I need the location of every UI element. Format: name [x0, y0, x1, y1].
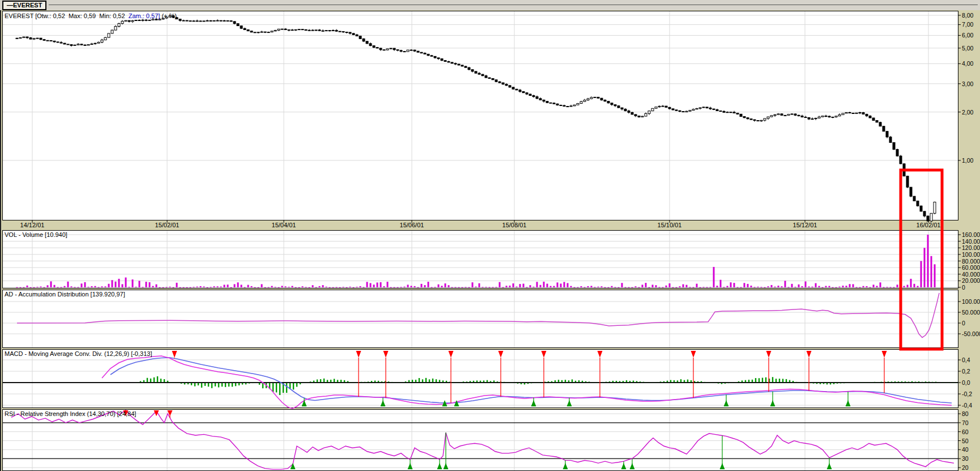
- candle: [267, 32, 270, 33]
- volume-bar: [122, 284, 123, 287]
- candle: [400, 50, 402, 52]
- rsi-buy-arrow: [444, 463, 449, 469]
- candle: [87, 45, 90, 46]
- candle: [872, 118, 875, 120]
- volume-bar: [458, 287, 460, 288]
- candle: [67, 44, 69, 45]
- candle: [498, 82, 501, 83]
- axis-label: 7,00: [962, 21, 974, 28]
- volume-bar: [479, 283, 480, 287]
- volume-bar: [237, 282, 239, 287]
- candle: [254, 32, 256, 33]
- candle: [781, 114, 783, 115]
- volume-bar: [591, 286, 593, 287]
- histogram-bar: [680, 379, 681, 383]
- volume-bar: [737, 287, 739, 287]
- volume-bar: [802, 286, 803, 287]
- volume-bar: [319, 286, 321, 287]
- candle: [896, 150, 898, 156]
- candle: [777, 114, 779, 114]
- volume-bar: [917, 286, 919, 287]
- histogram-bar: [762, 378, 763, 383]
- volume-bar: [625, 287, 627, 288]
- candle: [390, 48, 392, 49]
- candle: [33, 39, 35, 39]
- candle: [193, 21, 195, 22]
- candle: [427, 54, 429, 55]
- volume-bar: [543, 282, 545, 287]
- volume-bar: [71, 286, 73, 287]
- candle: [335, 30, 338, 31]
- histogram-bar: [157, 376, 158, 383]
- candle: [509, 86, 511, 87]
- volume-bar: [30, 287, 32, 288]
- volume-bar: [638, 287, 640, 288]
- candle: [614, 105, 616, 106]
- chart-canvas[interactable]: 8,007,006,005,004,003,002,001,00160.0001…: [0, 0, 980, 471]
- candle: [529, 94, 531, 96]
- macd-sell-arrow: [598, 351, 603, 358]
- candle: [770, 116, 773, 117]
- volume-bar: [265, 287, 266, 288]
- volume-bar: [870, 287, 871, 288]
- volume-bar: [346, 287, 348, 288]
- candle: [369, 44, 372, 46]
- volume-bar: [856, 287, 858, 288]
- volume-bar: [417, 287, 419, 288]
- axis-label: 20: [962, 464, 969, 471]
- macd-sell-arrow: [172, 351, 177, 358]
- candle: [349, 32, 351, 33]
- rsi-buy-arrow: [827, 463, 832, 469]
- volume-bar: [156, 285, 157, 287]
- volume-bar: [669, 283, 671, 287]
- candle: [869, 116, 871, 118]
- candle: [431, 56, 433, 56]
- candle: [563, 105, 565, 106]
- candle: [104, 37, 106, 40]
- candle: [288, 29, 290, 30]
- candle: [594, 97, 596, 97]
- volume-bar: [380, 282, 382, 287]
- macd-buy-arrow: [567, 400, 572, 406]
- volume-bar: [836, 287, 837, 288]
- volume-bar: [904, 286, 905, 287]
- candle: [679, 111, 681, 111]
- candle: [862, 113, 864, 114]
- volume-bar: [523, 284, 525, 287]
- volume-bar: [747, 284, 749, 287]
- volume-bar: [268, 287, 270, 288]
- volume-bar: [105, 286, 106, 287]
- volume-bar: [791, 284, 793, 287]
- date-label: 15/06/01: [400, 222, 424, 228]
- candle: [879, 122, 881, 126]
- macd-sell-arrow: [542, 351, 547, 358]
- candle: [913, 196, 915, 201]
- candle: [747, 118, 749, 119]
- candle: [682, 112, 684, 112]
- candle: [70, 45, 73, 46]
- axis-label: 5,00: [962, 45, 974, 52]
- volume-bar: [768, 286, 769, 287]
- candle: [743, 117, 745, 118]
- candle: [580, 101, 582, 103]
- macd-sell-arrow: [807, 351, 812, 358]
- volume-bar: [751, 286, 752, 287]
- axis-label: 100.000: [962, 251, 980, 258]
- candle: [736, 113, 739, 114]
- candle: [250, 31, 253, 32]
- candle: [478, 73, 480, 74]
- volume-bar: [706, 287, 708, 287]
- candle: [108, 33, 110, 37]
- candle: [53, 41, 56, 42]
- date-label: 15/12/01: [793, 222, 817, 228]
- volume-bar: [295, 287, 297, 288]
- volume-bar: [50, 281, 52, 287]
- volume-bar: [611, 286, 613, 287]
- axis-label: 0,2: [962, 368, 970, 375]
- candle: [753, 120, 756, 120]
- volume-bar: [557, 282, 559, 287]
- candle: [791, 114, 793, 114]
- histogram-bar: [147, 378, 148, 383]
- candle: [121, 21, 123, 23]
- histogram-bar: [293, 383, 294, 389]
